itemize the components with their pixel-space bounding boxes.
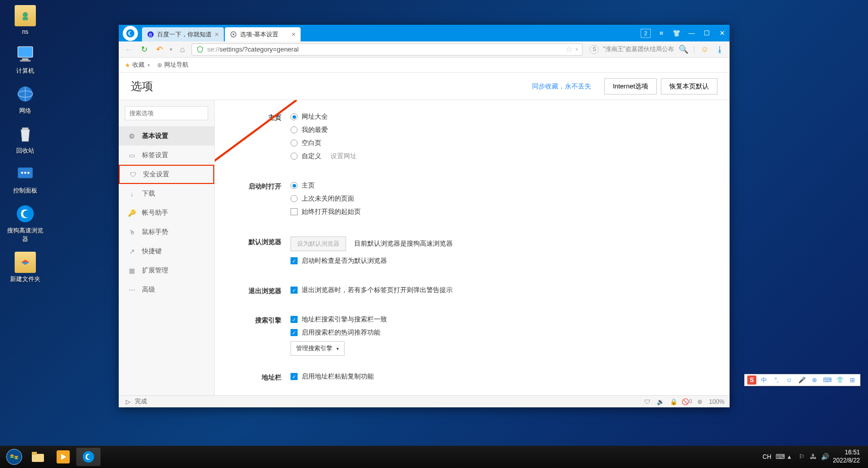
ime-logo-icon[interactable]: S bbox=[747, 376, 756, 385]
desktop-icon-new-folder[interactable]: 新建文件夹 bbox=[5, 252, 45, 284]
page-title: 选项 bbox=[131, 79, 532, 94]
home-button[interactable]: ⌂ bbox=[176, 43, 188, 56]
set-url-link[interactable]: 设置网址 bbox=[330, 152, 357, 161]
taskbar-media-player[interactable] bbox=[51, 448, 75, 466]
sogou-search-icon[interactable]: S bbox=[590, 45, 599, 54]
address-bar: ← ↻ ↶ ▾ ⌂ se://settings/?category=genera… bbox=[119, 41, 730, 58]
mouse-icon: 🖱 bbox=[128, 228, 136, 236]
sound-icon[interactable]: 🔉 bbox=[656, 398, 664, 406]
account-icon[interactable]: 2 bbox=[641, 29, 651, 38]
svg-point-9 bbox=[21, 172, 23, 174]
search-icon[interactable]: 🔍 bbox=[678, 44, 689, 55]
settings-main: 主页 网址大全 我的最爱 空白页 自定义设置网址 启动时打开 主页 上次未关闭的… bbox=[215, 100, 730, 395]
tab-close-icon[interactable]: × bbox=[215, 30, 219, 38]
zoom-icon[interactable]: ⊕ bbox=[696, 398, 704, 406]
dropdown-icon[interactable]: ▾ bbox=[168, 43, 173, 56]
ime-punct[interactable]: °, bbox=[771, 377, 782, 384]
skin-icon[interactable]: 👕 bbox=[669, 26, 684, 41]
ime-emoji[interactable]: ☺ bbox=[784, 377, 794, 384]
check-paste-copy[interactable]: 启用地址栏粘贴复制功能 bbox=[291, 372, 709, 381]
radio-startup-home[interactable]: 主页 bbox=[291, 181, 709, 190]
undo-button[interactable]: ↶ bbox=[153, 43, 165, 56]
tray-keyboard-icon[interactable]: ⌨ bbox=[776, 453, 784, 461]
sidebar-item-tabs[interactable]: ▭ 标签设置 bbox=[119, 146, 214, 165]
desktop-icon-network[interactable]: 网络 bbox=[5, 83, 45, 115]
ime-keyboard-icon[interactable]: ⌨ bbox=[822, 377, 832, 384]
gear-icon: ⚙ bbox=[128, 132, 136, 140]
ime-skin-icon[interactable]: 👕 bbox=[835, 377, 845, 384]
desktop-icon-control-panel[interactable]: 控制面板 bbox=[5, 163, 45, 195]
check-exit-warn[interactable]: 退出浏览器时，若有多个标签页打开则弹出警告提示 bbox=[291, 286, 709, 295]
tray-volume-icon[interactable]: 🔊 bbox=[821, 453, 829, 461]
sidebar-item-basic[interactable]: ⚙ 基本设置 bbox=[119, 126, 214, 146]
chevron-down-icon: ▾ bbox=[336, 346, 339, 351]
tray-flag-icon[interactable]: ⚐ bbox=[799, 453, 807, 461]
internet-options-button[interactable]: Internet选项 bbox=[604, 78, 657, 95]
sidebar-item-account[interactable]: 🔑 帐号助手 bbox=[119, 203, 214, 222]
svg-point-10 bbox=[24, 172, 26, 174]
tab-baidu[interactable]: B 百度一下，你就知道 × bbox=[142, 27, 224, 41]
check-search-hot[interactable]: 启用搜索栏的热词推荐功能 bbox=[291, 328, 709, 337]
ime-voice[interactable]: 🎤 bbox=[797, 377, 807, 384]
taskbar-explorer[interactable] bbox=[26, 448, 50, 466]
sidebar-item-security[interactable]: 🛡 安全设置 bbox=[119, 165, 214, 184]
ime-lang[interactable]: 中 bbox=[759, 376, 769, 385]
radio-startup-last[interactable]: 上次未关闭的页面 bbox=[291, 194, 709, 203]
tab-settings[interactable]: 选项-基本设置 × bbox=[225, 27, 301, 41]
desktop-icon-computer[interactable]: 计算机 bbox=[5, 43, 45, 75]
tray-lang[interactable]: CH bbox=[762, 453, 771, 460]
sidebar-item-shortcut[interactable]: ↗ 快捷键 bbox=[119, 242, 214, 261]
restore-defaults-button[interactable]: 恢复本页默认 bbox=[661, 78, 717, 95]
ime-toolbar[interactable]: S 中 °, ☺ 🎤 ⊕ ⌨ 👕 ⊞ bbox=[744, 374, 860, 386]
search-input[interactable] bbox=[125, 106, 208, 120]
maximize-button[interactable]: ☐ bbox=[699, 26, 714, 41]
start-button[interactable] bbox=[3, 446, 25, 468]
taskbar-sogou-browser[interactable] bbox=[76, 448, 101, 466]
chevron-down-icon: ▾ bbox=[148, 63, 150, 68]
sidebar-item-extensions[interactable]: ▦ 扩展管理 bbox=[119, 261, 214, 280]
ad-block-icon[interactable]: 🚫0 bbox=[683, 398, 691, 406]
minimize-button[interactable]: — bbox=[684, 26, 699, 41]
tray-network-icon[interactable]: 🖧 bbox=[810, 453, 818, 461]
sidebar-item-mouse[interactable]: 🖱 鼠标手势 bbox=[119, 222, 214, 242]
page-header: 选项 同步收藏，永不丢失 Internet选项 恢复本页默认 bbox=[119, 73, 730, 100]
close-button[interactable]: ✕ bbox=[714, 26, 730, 41]
tab-close-icon[interactable]: × bbox=[292, 30, 296, 38]
back-button[interactable]: ← bbox=[123, 43, 135, 56]
check-startup-always[interactable]: 始终打开我的起始页 bbox=[291, 207, 709, 216]
ime-menu-icon[interactable]: ⊞ bbox=[847, 377, 857, 384]
menu-icon[interactable]: ≡ bbox=[654, 26, 669, 41]
hot-search-text[interactable]: "淮南王"盗墓团伙结局公布 bbox=[603, 45, 674, 54]
taskbar-clock[interactable]: 16:51 2022/8/22 bbox=[833, 449, 860, 464]
svg-text:B: B bbox=[149, 32, 152, 37]
radio-homepage-blank[interactable]: 空白页 bbox=[291, 138, 709, 148]
sidebar-toggle-icon[interactable]: ▷ bbox=[124, 398, 132, 406]
nav-link[interactable]: ⊕ 网址导航 bbox=[157, 61, 188, 69]
manage-search-button[interactable]: 管理搜索引擎▾ bbox=[291, 341, 345, 356]
desktop-icon-sogou-browser[interactable]: 搜狗高速浏览器 bbox=[5, 203, 45, 244]
favorites-button[interactable]: ★ 收藏 ▾ bbox=[125, 61, 150, 69]
check-search-same[interactable]: 地址栏搜索引擎与搜索栏一致 bbox=[291, 315, 709, 324]
status-bar: ▷ 完成 🛡 🔉 🔒 🚫0 ⊕ 100% bbox=[119, 395, 730, 407]
check-default-startup[interactable]: 启动时检查是否为默认浏览器 bbox=[291, 256, 709, 265]
shield-icon: 🛡 bbox=[129, 170, 137, 178]
radio-homepage-nav[interactable]: 网址大全 bbox=[291, 112, 709, 121]
desktop-icon-recycle[interactable]: 回收站 bbox=[5, 123, 45, 155]
star-icon[interactable]: ☆ bbox=[565, 44, 572, 54]
sidebar-item-advanced[interactable]: ⋯ 高级 bbox=[119, 280, 214, 299]
desktop-icon-ns[interactable]: ns bbox=[5, 5, 45, 35]
chevron-down-icon[interactable]: ▾ bbox=[575, 46, 578, 52]
ime-tool[interactable]: ⊕ bbox=[809, 377, 819, 384]
sync-link[interactable]: 同步收藏，永不丢失 bbox=[532, 82, 591, 91]
sidebar-item-download[interactable]: ↓ 下载 bbox=[119, 184, 214, 203]
lock-icon[interactable]: 🔒 bbox=[669, 398, 678, 406]
refresh-button[interactable]: ↻ bbox=[138, 43, 150, 56]
radio-homepage-fav[interactable]: 我的最爱 bbox=[291, 125, 709, 134]
download-icon[interactable]: ⭳ bbox=[714, 44, 726, 55]
url-input[interactable]: se://settings/?category=general ☆ ▾ bbox=[191, 43, 583, 56]
section-label-search: 搜索引擎 bbox=[235, 315, 291, 356]
tray-up-icon[interactable]: ▴ bbox=[788, 453, 796, 461]
feedback-icon[interactable]: ☺ bbox=[699, 44, 710, 55]
shield-icon[interactable]: 🛡 bbox=[643, 398, 651, 406]
radio-homepage-custom[interactable]: 自定义设置网址 bbox=[291, 152, 709, 161]
